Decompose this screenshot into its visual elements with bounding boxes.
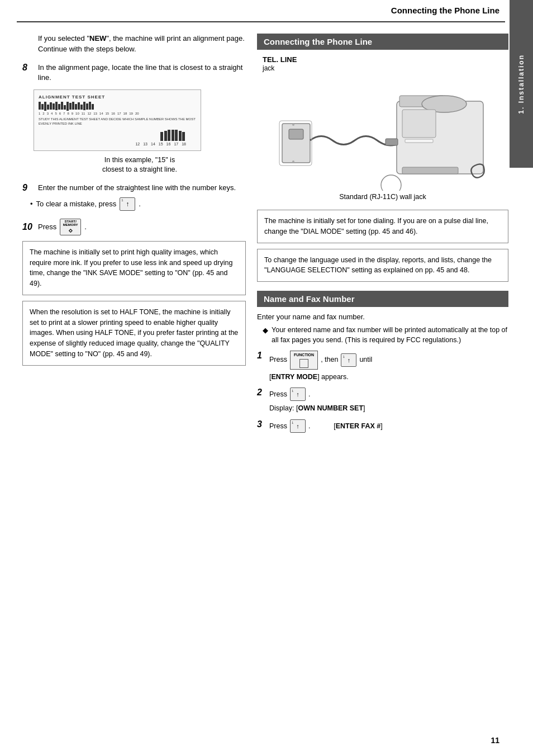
- step-10: 10 Press START/ MEMORY ⋄ .: [22, 219, 246, 235]
- right-column: Connecting the Phone Line TEL. LINE jack: [257, 34, 508, 442]
- right-step-3-num: 3: [257, 419, 269, 429]
- clear-key-icon: 1 ↑: [120, 197, 135, 211]
- step-8-num: 8: [22, 63, 38, 73]
- right-step-2-num: 2: [257, 388, 269, 398]
- step-9: 9 Enter the number of the straightest li…: [22, 183, 246, 193]
- section-name-fax-header: Name and Fax Number: [257, 291, 508, 307]
- header-title: Connecting the Phone Line: [391, 6, 499, 15]
- arrow-key-3: 1 ↑: [290, 419, 306, 433]
- section-name-fax: Name and Fax Number Enter your name and …: [257, 291, 508, 433]
- step-10-period: .: [84, 223, 87, 231]
- page-number: 11: [491, 736, 499, 745]
- name-fax-intro: Enter your name and fax number.: [257, 313, 508, 321]
- phone-diagram-svg: [277, 79, 489, 191]
- tel-line-sub: jack: [263, 64, 274, 72]
- section-connecting-header: Connecting the Phone Line: [257, 34, 508, 50]
- diagram-caption: Standard (RJ-11C) wall jack: [257, 193, 508, 201]
- clear-mistake-text: To clear a mistake, press: [36, 200, 117, 208]
- right-step-1-content: Press FUNCTION , then 1 ↑ until [ENTRY M…: [269, 351, 372, 382]
- period: .: [139, 200, 141, 208]
- arrow-key-2: 1 ↑: [290, 388, 306, 401]
- step3-period: .: [308, 421, 310, 432]
- step-8: 8 In the alignment page, locate the line…: [22, 63, 246, 83]
- entry-mode-text: [ENTRY MODE] appears.: [269, 372, 372, 382]
- svg-rect-4: [402, 167, 458, 174]
- example-caption: In this example, "15" isclosest to a str…: [34, 155, 246, 175]
- infobox-quality-mode: When the resolution is set to HALF TONE,…: [22, 301, 246, 366]
- enter-fax-label: [ENTER FAX #]: [322, 421, 382, 432]
- infobox-ink-save: The machine is initially set to print hi…: [22, 241, 246, 295]
- own-number-set-text: Display: [OWN NUMBER SET]: [269, 403, 365, 414]
- diamond-bullet: ◆: [263, 326, 272, 336]
- header-rule: [17, 21, 505, 22]
- right-step-2: 2 Press 1 ↑ . Display: [OWN NUMBER SET]: [257, 388, 508, 414]
- step1-press: Press: [269, 355, 287, 365]
- alignment-sheet-diagram: ALIGNMENT TEST SHEET 12345678: [34, 89, 201, 151]
- svg-rect-7: [405, 139, 433, 143]
- right-step-2-content: Press 1 ↑ . Display: [OWN NUMBER SET]: [269, 388, 365, 414]
- left-column: If you selected "NEW", the machine will …: [22, 34, 246, 371]
- section-connecting-phone: Connecting the Phone Line TEL. LINE jack: [257, 34, 508, 282]
- bullet-dot: •: [30, 200, 33, 208]
- step-9-text: Enter the number of the straightest line…: [38, 183, 236, 193]
- step3-press: Press: [269, 421, 287, 432]
- align-sheet-title: ALIGNMENT TEST SHEET: [39, 94, 196, 100]
- svg-rect-6: [402, 110, 436, 138]
- svg-point-11: [292, 124, 294, 126]
- fcc-bullet: ◆ Your entered name and fax number will …: [263, 325, 508, 345]
- intro-text: If you selected "NEW", the machine will …: [38, 34, 246, 55]
- infobox-language: To change the language used in the displ…: [257, 249, 508, 282]
- svg-rect-1: [289, 129, 303, 139]
- step-10-content: Press START/ MEMORY ⋄ .: [38, 219, 87, 235]
- step2-press: Press: [269, 389, 287, 400]
- arrow-key-1: 1 ↑: [341, 353, 356, 367]
- step-8-text: In the alignment page, locate the line t…: [38, 63, 246, 83]
- infobox-tone-dialing: The machine is initially set for tone di…: [257, 210, 508, 243]
- svg-rect-8: [386, 139, 398, 145]
- tel-line-bold: TEL. LINE: [263, 55, 297, 64]
- step2-period: .: [308, 389, 310, 400]
- step-9-num: 9: [22, 183, 38, 193]
- right-step-1: 1 Press FUNCTION , then 1 ↑ until: [257, 351, 508, 382]
- phone-diagram: Standard (RJ-11C) wall jack: [257, 74, 508, 205]
- right-step-3: 3 Press 1 ↑ . [ENTER FAX #]: [257, 419, 508, 433]
- page-header: Connecting the Phone Line: [391, 6, 499, 15]
- fcc-bullet-text: Your entered name and fax number will be…: [272, 325, 508, 345]
- infobox-language-text: To change the language used in the displ…: [264, 256, 492, 275]
- infobox-tone-text: The machine is initially set for tone di…: [264, 217, 488, 235]
- step1-then: , then: [321, 355, 338, 365]
- infobox-quality-mode-text: When the resolution is set to HALF TONE,…: [30, 308, 238, 358]
- start-memory-key: START/ MEMORY ⋄: [60, 219, 81, 235]
- right-step-3-content: Press 1 ↑ . [ENTER FAX #]: [269, 419, 383, 433]
- step-10-press: Press: [38, 223, 56, 231]
- svg-point-9: [381, 175, 401, 191]
- side-tab-label: 1. Installation: [517, 54, 525, 114]
- svg-point-12: [292, 160, 294, 163]
- side-tab: 1. Installation: [510, 0, 533, 168]
- infobox-ink-save-text: The machine is initially set to print hi…: [30, 248, 232, 287]
- right-step-1-num: 1: [257, 351, 269, 361]
- tel-line-label: TEL. LINE jack: [263, 55, 508, 72]
- step1-until: until: [359, 355, 372, 365]
- step-10-num: 10: [22, 222, 38, 232]
- function-key: FUNCTION: [290, 351, 318, 370]
- align-sheet-study-text: STUDY THIS ALIGNMENT TEST SHEET AND DECI…: [39, 117, 196, 126]
- clear-mistake: • To clear a mistake, press 1 ↑ .: [30, 197, 246, 211]
